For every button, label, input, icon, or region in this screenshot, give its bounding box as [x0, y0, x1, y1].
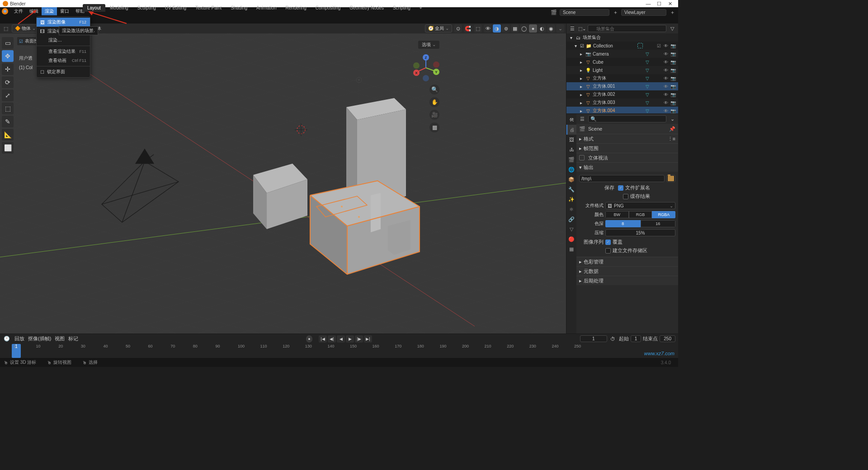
ptab-render[interactable]: 🖨	[566, 125, 576, 135]
section-post[interactable]: ▸后期处理	[576, 276, 678, 285]
scene-new-icon[interactable]: ＋	[611, 8, 619, 16]
tab-uv[interactable]: UV Editing	[160, 4, 191, 12]
section-colormgmt[interactable]: ▸色彩管理	[576, 257, 678, 266]
zoom-icon[interactable]: 🔍	[429, 85, 439, 94]
checkbox-on-icon[interactable]: ☑	[580, 43, 584, 48]
tab-texture[interactable]: Texture Paint	[191, 4, 226, 12]
outliner-item[interactable]: ▸▽立方体▽👁📷	[566, 74, 678, 82]
current-frame-field[interactable]: 1	[580, 335, 607, 342]
overlay-icon[interactable]: ⊚	[502, 24, 510, 33]
jump-end-icon[interactable]: ▶|	[364, 335, 372, 343]
snap-icon[interactable]: 🧲	[464, 24, 472, 33]
output-path-field[interactable]: /tmp\	[579, 175, 665, 182]
transform-tool[interactable]: ⬚	[2, 103, 14, 114]
ptab-data[interactable]: ▽	[566, 224, 576, 234]
display-mode-icon[interactable]: ⬚⌄	[578, 26, 586, 31]
tab-animation[interactable]: Animation	[252, 4, 281, 12]
ptab-world[interactable]: 🌐	[566, 164, 576, 174]
eye-icon[interactable]: 👁	[663, 43, 669, 48]
section-framerange[interactable]: ▸帧范围	[576, 144, 678, 153]
ptab-scene[interactable]: 🎬	[566, 155, 576, 164]
outliner-item[interactable]: ▸▽立方体.001▽👁📷	[566, 82, 678, 90]
playhead[interactable]: 1	[12, 344, 21, 358]
select-visibility-icon[interactable]: 👁	[484, 24, 492, 33]
render-image-item[interactable]: 🖼 渲染图像 F12	[37, 18, 90, 27]
close-button[interactable]: ✕	[665, 1, 675, 7]
preset-icon[interactable]: ⋮≡	[668, 136, 675, 142]
filter-icon[interactable]: ▽	[668, 24, 676, 33]
tab-geonodes[interactable]: Geometry Nodes	[345, 4, 388, 12]
compression-field[interactable]: 15%	[605, 229, 675, 236]
scene-icon[interactable]: 🎬	[550, 8, 558, 16]
wire-shading-icon[interactable]: ◯	[520, 24, 528, 33]
perspective-icon[interactable]: ▦	[429, 122, 439, 132]
viewlayer-field[interactable]: ViewLayer	[624, 10, 646, 15]
section-metadata[interactable]: ▸元数据	[576, 267, 678, 276]
maximize-button[interactable]: ☐	[654, 1, 665, 7]
ptab-constraint[interactable]: 🔗	[566, 214, 576, 224]
tab-shading[interactable]: Shading	[226, 4, 252, 12]
gizmo-z[interactable]: Z	[423, 54, 429, 61]
end-frame-field[interactable]: 250	[660, 335, 675, 342]
props-search[interactable]: 🔍	[588, 115, 666, 122]
tab-scripting[interactable]: Scripting	[388, 4, 415, 12]
scale-tool[interactable]: ⤢	[2, 89, 14, 101]
viewlayer-new-icon[interactable]: ＋	[668, 8, 676, 16]
pivot-icon[interactable]: ⊙	[454, 24, 462, 33]
render-more-item[interactable]: 渲染…	[37, 36, 90, 45]
outliner-item[interactable]: ▸▽立方体.002▽👁📷	[566, 90, 678, 99]
section-stereo[interactable]: 立体视法	[576, 153, 678, 162]
depth-8[interactable]: 8	[605, 220, 641, 227]
ptab-modifier[interactable]: 🔧	[566, 184, 576, 194]
navigation-gizmo[interactable]: Z Y X	[412, 54, 439, 81]
ptab-particle[interactable]: ✨	[566, 194, 576, 204]
save-ext-checkbox[interactable]: ✓	[618, 185, 623, 191]
cache-checkbox[interactable]	[623, 194, 628, 199]
timeline-editor-icon[interactable]: 🕐	[3, 335, 11, 343]
tl-view[interactable]: 视图	[55, 335, 65, 342]
start-frame-field[interactable]: 1	[631, 335, 642, 342]
autokey-icon[interactable]: ●	[306, 335, 312, 343]
lock-interface-item[interactable]: ☐ 锁定界面	[37, 67, 90, 76]
scene-field[interactable]: Scene	[563, 10, 576, 15]
xray-icon[interactable]: ▦	[511, 24, 519, 33]
view-render-item[interactable]: 查看渲染结果 F11	[37, 47, 90, 56]
tl-marker[interactable]: 标记	[68, 335, 78, 342]
exclude-icon[interactable]: ☑	[656, 43, 662, 48]
pan-icon[interactable]: ✋	[429, 97, 439, 107]
render-icon[interactable]: 📷	[670, 43, 676, 48]
props-editor-icon[interactable]: ☰	[578, 115, 586, 123]
rotate-tool[interactable]: ⟳	[2, 76, 14, 88]
color-rgb[interactable]: RGB	[629, 211, 652, 218]
next-key-icon[interactable]: |▶	[355, 335, 363, 343]
ptab-material[interactable]: 🔴	[566, 234, 576, 244]
collection-row[interactable]: ▾☑ 📁Collection ☑👁📷	[566, 42, 678, 50]
depth-16[interactable]: 16	[641, 220, 676, 227]
outliner-search[interactable]	[588, 25, 666, 32]
menu-render[interactable]: 渲染	[42, 7, 57, 15]
select-tool[interactable]: ▭	[2, 37, 14, 49]
ptab-physics[interactable]: ⚛	[566, 204, 576, 214]
section-output[interactable]: ▾输出	[576, 163, 678, 172]
ptab-viewlayer[interactable]: 🖧	[566, 145, 576, 155]
jump-start-icon[interactable]: |◀	[319, 335, 327, 343]
menu-window[interactable]: 窗口	[57, 7, 72, 15]
annotate-tool[interactable]: ✎	[2, 116, 14, 127]
checkbox-on-icon[interactable]: ☑	[19, 39, 23, 44]
tl-playback[interactable]: 回放	[14, 335, 24, 342]
outliner-item[interactable]: ▸💡Light▽👁📷	[566, 66, 678, 74]
props-options-icon[interactable]: ⌄	[668, 115, 676, 123]
ptab-tool[interactable]: 🛠	[566, 115, 576, 125]
color-bw[interactable]: BW	[605, 211, 629, 218]
placeholder-checkbox[interactable]	[605, 248, 611, 254]
matprev-shading-icon[interactable]: ◐	[538, 24, 546, 33]
range-icon[interactable]: ⏱	[609, 335, 617, 343]
prev-key-icon[interactable]: ◀|	[328, 335, 336, 343]
outliner-item[interactable]: ▸▽Cube▽👁📷	[566, 58, 678, 66]
overwrite-checkbox[interactable]: ✓	[605, 240, 611, 245]
tab-compositing[interactable]: Compositing	[311, 4, 345, 12]
shading-dropdown-icon[interactable]: ⌄	[556, 24, 564, 33]
timeline-ruler[interactable]: 1 11020304050607080901001101201301401501…	[0, 344, 678, 358]
scene-link-icon[interactable]: 🎬	[579, 126, 585, 132]
outliner-item[interactable]: ▸📷Camera▽👁📷	[566, 50, 678, 58]
